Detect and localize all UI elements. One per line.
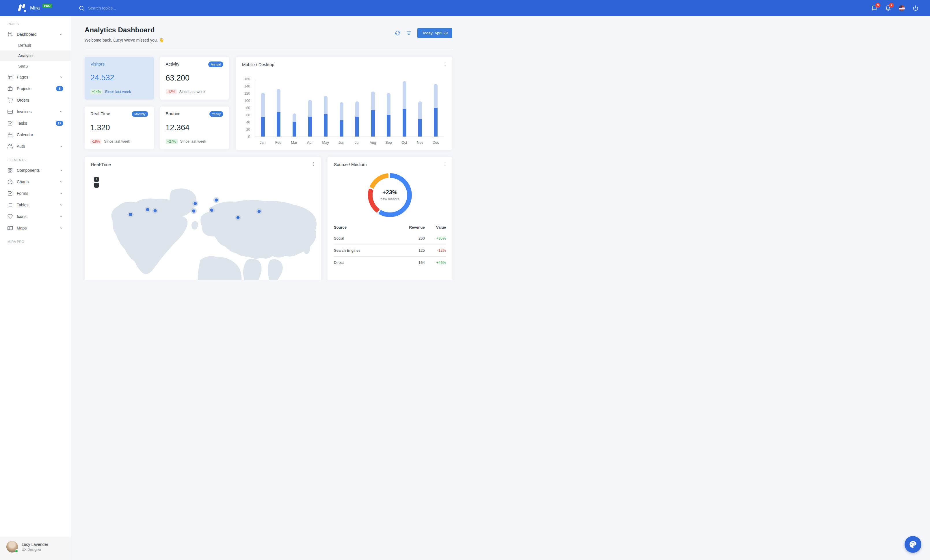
desktop-segment <box>434 84 437 108</box>
stat-title: Real-Time <box>91 111 110 116</box>
chevron-down-icon <box>59 75 63 79</box>
y-tick: 40 <box>246 120 250 124</box>
sidebar-item-components[interactable]: Components <box>0 164 71 176</box>
period-pill[interactable]: Yearly <box>209 111 223 117</box>
stat-title: Bounce <box>166 111 180 116</box>
map-zoom-in-button[interactable]: + <box>94 177 99 182</box>
sidebar-subitem-default[interactable]: Default <box>0 40 71 51</box>
sidebar-item-orders[interactable]: Orders <box>0 94 71 106</box>
sidebar: PAGESDashboardDefaultAnalyticsSaaSPagesP… <box>0 16 71 280</box>
realtime-menu-button[interactable] <box>311 161 316 167</box>
sidebar-item-projects[interactable]: Projects8 <box>0 83 71 94</box>
chart-menu-button[interactable] <box>442 61 448 67</box>
bar-may[interactable] <box>318 79 334 137</box>
since-label: Since last week <box>180 139 206 143</box>
donut-center-label: new visitors <box>380 197 399 201</box>
world-map[interactable] <box>85 173 320 280</box>
header-divider <box>85 49 452 49</box>
since-label: Since last week <box>179 89 205 94</box>
bar-feb[interactable] <box>271 79 286 137</box>
map-zoom-out-button[interactable]: − <box>94 183 99 188</box>
main-content: Analytics Dashboard Welcome back, Lucy! … <box>71 0 465 280</box>
grid-icon <box>8 168 13 173</box>
visitor-marker[interactable] <box>237 216 240 219</box>
sidebar-item-label: Projects <box>17 86 52 91</box>
sidebar-item-icons[interactable]: Icons <box>0 211 71 222</box>
sidebar-item-label: Forms <box>17 191 55 196</box>
visitor-marker[interactable] <box>129 213 132 216</box>
sidebar-item-label: Tables <box>17 203 55 207</box>
revenue-cell: 164 <box>391 256 425 269</box>
desktop-segment <box>293 114 296 122</box>
desktop-segment <box>387 93 391 115</box>
page-title: Analytics Dashboard <box>85 26 164 34</box>
bar-oct[interactable] <box>397 79 412 137</box>
x-axis-label: Sep <box>381 141 397 144</box>
sidebar-item-label: Icons <box>17 214 55 219</box>
bar-jun[interactable] <box>334 79 349 137</box>
sidebar-item-dashboard[interactable]: Dashboard <box>0 29 71 40</box>
check-square-icon <box>8 121 13 126</box>
sidebar-item-calendar[interactable]: Calendar <box>0 129 71 141</box>
change-chip: -18% <box>91 139 102 144</box>
sidebar-item-auth[interactable]: Auth <box>0 141 71 152</box>
visitor-marker[interactable] <box>146 208 149 211</box>
refresh-button[interactable] <box>395 30 400 36</box>
period-pill[interactable]: Annual <box>208 61 223 67</box>
mobile-segment <box>340 120 343 137</box>
visitor-marker[interactable] <box>258 210 261 213</box>
x-axis-label: Apr <box>302 141 318 144</box>
bar-sep[interactable] <box>381 79 396 137</box>
sidebar-subitem-analytics[interactable]: Analytics <box>0 51 71 61</box>
users-icon <box>8 144 13 149</box>
visitor-marker[interactable] <box>210 209 213 212</box>
desktop-segment <box>340 102 343 120</box>
search-input[interactable] <box>88 6 152 11</box>
mobile-segment <box>371 110 375 137</box>
source-medium-card: Source / Medium +23% new visitors Source… <box>328 157 452 280</box>
mobile-segment <box>324 114 328 137</box>
mobile-segment <box>277 112 280 137</box>
sidebar-item-charts[interactable]: Charts <box>0 176 71 188</box>
bar-nov[interactable] <box>412 79 428 137</box>
visitor-marker[interactable] <box>215 199 218 202</box>
bar-jan[interactable] <box>255 79 271 137</box>
sidebar-item-tasks[interactable]: Tasks17 <box>0 118 71 129</box>
sidebar-item-label: Calendar <box>17 132 63 137</box>
brand[interactable]: Mira PRO <box>0 3 71 13</box>
sidebar-item-maps[interactable]: Maps <box>0 222 71 234</box>
y-tick: 120 <box>244 92 250 95</box>
source-medium-menu-button[interactable] <box>442 161 448 167</box>
sidebar-item-pages[interactable]: Pages <box>0 71 71 83</box>
date-range-button[interactable]: Today: April 29 <box>417 28 452 38</box>
desktop-segment <box>277 89 280 112</box>
revenue-cell: 125 <box>391 244 425 256</box>
sidebar-item-label: Components <box>17 168 55 173</box>
bar-apr[interactable] <box>302 79 318 137</box>
x-axis-label: Aug <box>365 141 381 144</box>
chevron-down-icon <box>59 180 63 184</box>
visitor-marker[interactable] <box>194 202 197 205</box>
sidebar-count-badge: 17 <box>56 121 63 126</box>
table-row: Direct164+46% <box>334 256 446 269</box>
sidebar-item-forms[interactable]: Forms <box>0 188 71 199</box>
y-tick: 100 <box>244 99 250 103</box>
desktop-segment <box>324 96 328 114</box>
since-label: Since last week <box>104 139 130 143</box>
bar-mar[interactable] <box>286 79 302 137</box>
period-pill[interactable]: Monthly <box>132 111 148 117</box>
visitor-marker[interactable] <box>192 210 196 213</box>
sidebar-item-tables[interactable]: Tables <box>0 199 71 211</box>
bar-aug[interactable] <box>365 79 381 137</box>
value-cell: +35% <box>425 232 446 244</box>
filter-button[interactable] <box>406 30 412 36</box>
desktop-segment <box>355 101 359 117</box>
bar-dec[interactable] <box>428 79 443 137</box>
sidebar-subitem-saas[interactable]: SaaS <box>0 61 71 71</box>
visitor-marker[interactable] <box>154 209 157 212</box>
bar-jul[interactable] <box>350 79 365 137</box>
source-cell: Direct <box>334 256 391 269</box>
sidebar-item-invoices[interactable]: Invoices <box>0 106 71 118</box>
y-tick: 160 <box>244 77 250 81</box>
x-axis-label: Dec <box>428 141 444 144</box>
